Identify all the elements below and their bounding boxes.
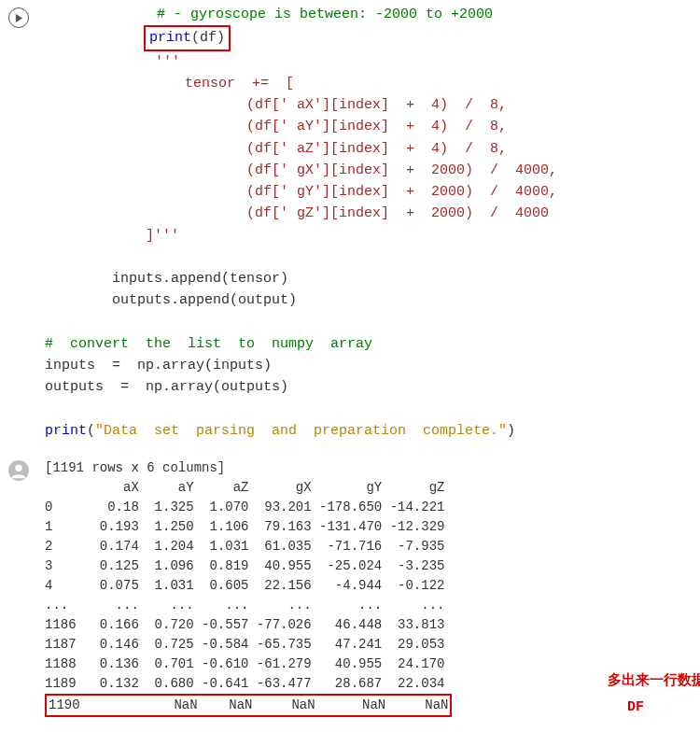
- table-row: 2 0.174 1.204 1.031 61.035 -71.716 -7.93…: [45, 537, 693, 556]
- table-row-ellipsis: ... ... ... ... ... ... ...: [45, 596, 693, 615]
- code-print-df: print(df): [45, 25, 693, 50]
- run-button[interactable]: [8, 7, 29, 28]
- svg-point-1: [15, 465, 21, 472]
- table-row: 1189 0.132 0.680 -0.641 -63.477 28.687 2…: [45, 674, 693, 694]
- code-line: (df[' gZ'][index] + 2000) / 4000: [45, 203, 693, 224]
- table-row: 1188 0.136 0.701 -0.610 -61.279 40.955 2…: [45, 655, 693, 674]
- code-inputs: inputs = np.array(inputs): [45, 355, 693, 376]
- table-row: 0 0.18 1.325 1.070 93.201 -178.650 -14.2…: [45, 498, 693, 517]
- code-line: (df[' aZ'][index] + 4) / 8,: [45, 138, 693, 160]
- output-cell: [1191 rows x 6 columns] aX aY aZ gX gY g…: [0, 455, 700, 732]
- code-gutter: [0, 0, 37, 28]
- table-row: 1187 0.146 0.725 -0.584 -65.735 47.241 2…: [45, 635, 693, 655]
- output-content: [1191 rows x 6 columns] aX aY aZ gX gY g…: [37, 455, 700, 732]
- table-row: 4 0.075 1.031 0.605 22.156 -4.944 -0.122: [45, 576, 693, 596]
- code-content[interactable]: # - gyroscope is between: -2000 to +2000…: [37, 0, 700, 449]
- code-final-print: print("Data set parsing and preparation …: [45, 420, 693, 442]
- out-shape-top: [1191 rows x 6 columns]: [45, 458, 693, 478]
- annotation-extra-row: 多出来一行数据: [608, 671, 700, 689]
- blank: [45, 246, 693, 268]
- code-line: (df[' gY'][index] + 2000) / 4000,: [45, 181, 693, 203]
- table-row: 3 0.125 1.096 0.819 40.955 -25.024 -3.23…: [45, 556, 693, 576]
- code-comment2: # convert the list to numpy array: [45, 333, 693, 355]
- blank: [45, 399, 693, 420]
- code-tensor: tensor += [: [45, 73, 693, 94]
- code-comment-top: # - gyroscope is between: -2000 to +2000: [45, 4, 693, 25]
- code-outputs: outputs = np.array(outputs): [45, 376, 693, 398]
- user-avatar-icon: [8, 460, 29, 481]
- table-row: 1 0.193 1.250 1.106 79.163 -131.470 -12.…: [45, 517, 693, 537]
- table-row: 1186 0.166 0.720 -0.557 -77.026 46.448 3…: [45, 615, 693, 635]
- code-append1: inputs.append(tensor): [45, 268, 693, 289]
- code-bracket-close: ]''': [45, 225, 693, 246]
- code-line: (df[' aX'][index] + 4) / 8,: [45, 94, 693, 116]
- play-icon: [15, 14, 23, 22]
- out-header: aX aY aZ gX gY gZ: [45, 478, 693, 498]
- code-triple-open: ''': [45, 51, 693, 73]
- code-append2: outputs.append(output): [45, 289, 693, 311]
- blank: [45, 717, 693, 732]
- code-line: (df[' gX'][index] + 2000) / 4000,: [45, 160, 693, 181]
- output-gutter: [0, 455, 37, 485]
- blank: [45, 312, 693, 333]
- annotation-df: DF: [627, 699, 644, 715]
- code-cell: # - gyroscope is between: -2000 to +2000…: [0, 0, 700, 449]
- table-row-highlighted: 1190 NaN NaN NaN NaN NaN: [45, 694, 693, 717]
- code-line: (df[' aY'][index] + 4) / 8,: [45, 116, 693, 137]
